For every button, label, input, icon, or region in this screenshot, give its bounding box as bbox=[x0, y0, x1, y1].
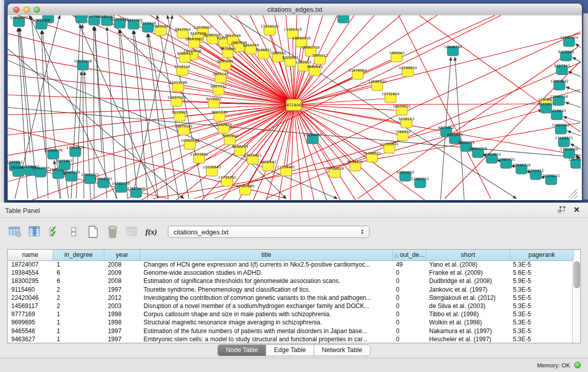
cell-in_degree: 6 bbox=[53, 277, 104, 285]
cell-short: Nakamura et al. (1997) bbox=[426, 327, 510, 335]
graph-node[interactable] bbox=[76, 15, 87, 23]
graph-node-label: 7515526 bbox=[140, 21, 156, 26]
graph-node-label: 16782759 bbox=[112, 182, 130, 186]
delete-table-icon[interactable] bbox=[105, 225, 119, 238]
table-row[interactable]: 1938455462009Genome-wide association stu… bbox=[8, 269, 573, 277]
table-row[interactable]: 969969511998Structural magnetic resonanc… bbox=[8, 318, 573, 326]
tab-network-table[interactable]: Network Table bbox=[314, 344, 371, 356]
sort-ascending-icon: △ bbox=[394, 252, 398, 258]
resize-grip-icon[interactable] bbox=[569, 189, 578, 199]
column-header-pagerank[interactable]: pagerank bbox=[510, 250, 574, 260]
cell-in_degree: 1 bbox=[53, 327, 104, 335]
graph-node[interactable] bbox=[338, 15, 349, 23]
graph-node-label: 11254461 bbox=[277, 165, 295, 169]
column-header-out_degree[interactable]: △out_de... bbox=[393, 250, 426, 260]
graph-node-label: 17359924 bbox=[66, 146, 84, 150]
cell-year: 2008 bbox=[104, 277, 140, 285]
graph-node-label: 9127508 bbox=[190, 32, 206, 36]
cell-year: 2003 bbox=[104, 302, 140, 310]
tab-node-table[interactable]: Node Table bbox=[217, 344, 266, 356]
column-header-year[interactable]: year bbox=[104, 250, 140, 260]
table-settings-icon[interactable] bbox=[8, 225, 22, 238]
cell-year: 1997 bbox=[104, 286, 140, 294]
cell-pagerank: 5.3E-5 bbox=[509, 318, 573, 326]
cell-out_degree: 49 bbox=[393, 260, 426, 269]
table-row[interactable]: 946362711997Embryonic stem cells: a mode… bbox=[8, 335, 573, 343]
table-toolbar: f(x) citations_edges.txt ▲▼ bbox=[8, 223, 369, 240]
column-header-short[interactable]: short bbox=[426, 250, 510, 260]
cell-title: Structural magnetic resonance image aver… bbox=[140, 318, 393, 326]
table-selector-dropdown[interactable]: citations_edges.txt ▲▼ bbox=[168, 226, 369, 238]
network-canvas[interactable]: 8912954142260639127508165439628186328932… bbox=[8, 15, 582, 200]
column-header-name[interactable]: name bbox=[8, 250, 53, 260]
graph-node-label: 8663375 bbox=[211, 111, 227, 115]
graph-node-label: 18039031 bbox=[393, 104, 411, 108]
table-row[interactable]: 1830029562008Estimation of significance … bbox=[8, 277, 573, 285]
cell-pagerank: 5.3E-5 bbox=[509, 260, 573, 269]
graph-node-label: 8099471 bbox=[347, 160, 363, 164]
graph-node-label: 11325419 bbox=[284, 28, 302, 32]
graph-node-label: 11431691 bbox=[190, 152, 208, 157]
cell-pagerank: 5.5E-5 bbox=[509, 294, 573, 302]
column-header-in_degree[interactable]: in_degree bbox=[53, 250, 104, 260]
graph-node-label: 13505135 bbox=[62, 170, 80, 174]
graph-node-label: 9406779 bbox=[40, 15, 56, 16]
memory-ok-indicator-icon[interactable] bbox=[574, 362, 581, 368]
graph-node-label: 16648784 bbox=[444, 45, 462, 49]
table-row[interactable]: 946554611997Estimation of the future num… bbox=[8, 327, 573, 335]
graph-node-label: 10198643 bbox=[203, 165, 221, 169]
graph-node-label: 12414814 bbox=[483, 152, 501, 157]
graph-node-label: 9146821 bbox=[255, 48, 271, 52]
row-height-icon[interactable] bbox=[67, 225, 80, 238]
cell-pagerank: 5.6E-5 bbox=[509, 269, 573, 277]
select-all-checks-icon[interactable] bbox=[47, 225, 61, 238]
table-row[interactable]: 1872400712008Changes of HCN gene express… bbox=[8, 260, 573, 269]
cell-name: 9777169 bbox=[8, 310, 53, 318]
cell-short: Jankovic et al. (1997) bbox=[426, 286, 510, 294]
citation-graph[interactable]: 8912954142260639127508165439628186328932… bbox=[8, 15, 581, 200]
cell-name: 9699695 bbox=[8, 318, 53, 326]
table-panel-title: Table Panel bbox=[0, 207, 40, 214]
graph-node-label: 8454749 bbox=[243, 43, 258, 48]
function-builder-icon[interactable]: f(x) bbox=[144, 225, 158, 238]
new-table-icon[interactable] bbox=[86, 225, 100, 238]
table-header-row[interactable]: namein_degreeyeartitle△out_de...shortpag… bbox=[8, 250, 580, 261]
cell-year: 2008 bbox=[104, 260, 140, 269]
network-window[interactable]: citations_edges.txt 89129541422606391275… bbox=[7, 3, 582, 201]
graph-node-label: 9990445 bbox=[307, 65, 322, 69]
column-header-title[interactable]: title bbox=[140, 250, 393, 260]
graph-node-label: 17691406 bbox=[32, 18, 51, 23]
cell-pagerank: 5.3E-5 bbox=[509, 310, 573, 318]
cell-in_degree: 6 bbox=[53, 269, 104, 277]
table-body[interactable]: 1872400712008Changes of HCN gene express… bbox=[8, 260, 573, 343]
graph-node-label: 11993531 bbox=[380, 142, 399, 146]
graph-node-label: 12254530 bbox=[260, 25, 279, 29]
graph-node-label: 20053346 bbox=[74, 59, 92, 63]
graph-node-label: 9975887 bbox=[56, 159, 72, 163]
network-window-titlebar[interactable]: citations_edges.txt bbox=[8, 4, 582, 16]
table-row[interactable]: 911546021997Tourette syndrome. Phenomeno… bbox=[8, 286, 573, 294]
float-panel-icon[interactable] bbox=[558, 206, 566, 213]
cell-name: 18300295 bbox=[8, 277, 53, 285]
close-panel-icon[interactable]: ✕ bbox=[573, 205, 580, 214]
cell-short: Hescheler et al. (1997) bbox=[426, 335, 510, 343]
graph-node-label: 5675685 bbox=[220, 47, 235, 51]
graph-node-label: 14702039 bbox=[325, 167, 344, 171]
cell-out_degree: 0 bbox=[393, 310, 426, 318]
table-row[interactable]: 1456911722003Disruption of a novel membe… bbox=[8, 302, 573, 310]
vertical-scrollbar[interactable] bbox=[572, 260, 580, 343]
table-row[interactable]: 977716911998Corpus callosum shape and si… bbox=[8, 310, 573, 318]
tab-edge-table[interactable]: Edge Table bbox=[266, 344, 314, 356]
graph-node-label: 15692951 bbox=[552, 123, 570, 127]
cell-name: 14569117 bbox=[8, 302, 53, 310]
table-selector-value: citations_edges.txt bbox=[168, 228, 358, 236]
table-row[interactable]: 2242004622012Investigating the contribut… bbox=[8, 294, 573, 302]
cell-short: Dudbridge et al. (2008) bbox=[426, 277, 510, 285]
graph-node-label: 15488521 bbox=[363, 151, 381, 156]
show-columns-icon[interactable] bbox=[28, 225, 41, 238]
graph-node-label: 7760934 bbox=[395, 130, 411, 134]
cell-out_degree: 0 bbox=[393, 318, 426, 326]
graph-node-label: 16196834 bbox=[399, 66, 417, 70]
scrollbar-thumb[interactable] bbox=[574, 261, 580, 288]
graph-node-label: 9812546 bbox=[225, 34, 241, 38]
